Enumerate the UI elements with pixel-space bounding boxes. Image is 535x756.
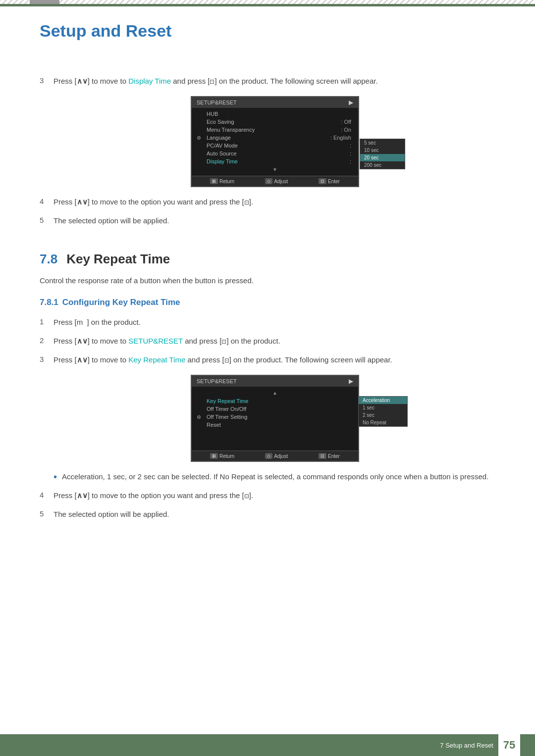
submenu-2sec: 2 sec (359, 411, 407, 419)
config-step-num-1: 1 (40, 316, 54, 328)
bullet-2sec: 2 sec (138, 472, 156, 481)
monitor-item-hub: HUB (192, 110, 358, 118)
monitor-item-display-time: Display Time : 5 sec 10 sec 20 sec 200 s… (192, 157, 358, 165)
step-4-bottom-text: Press [∧∨] to move to the option you wan… (54, 490, 495, 502)
section-7-8-title: Key Repeat Time (66, 252, 170, 266)
monitor-screen-2: SETUP&RESET ▶ ▲ Key Repeat Time Accelera… (191, 375, 359, 462)
bullet-acceleration-info: • Acceleration, 1 sec, or 2 sec can be s… (54, 471, 495, 484)
section-7-8-num: 7.8 (40, 252, 57, 266)
submenu-display-time: 5 sec 10 sec 20 sec 200 sec (360, 139, 405, 169)
config-step-num-2: 2 (40, 335, 54, 347)
config-step-2-text: Press [∧∨] to move to SETUP&RESET and pr… (54, 335, 495, 347)
monitor-item-eco: Eco Saving : Off (192, 118, 358, 126)
monitor-key-repeat-time: SETUP&RESET ▶ ▲ Key Repeat Time Accelera… (54, 375, 495, 462)
submenu-item-20sec-selected: 20 sec (360, 154, 405, 161)
monitor-item-off-timer-onoff: Off Timer On/Off (192, 405, 358, 413)
monitor-item-pcav: PC/AV Mode : (192, 142, 358, 150)
footer-page-number: 75 (498, 734, 520, 756)
section-7-8-desc: Control the response rate of a button wh… (40, 275, 495, 287)
monitor-arrow-right-2: ▶ (349, 378, 353, 385)
bullet-text: Acceleration, 1 sec, or 2 sec can be sel… (62, 471, 488, 483)
step-4-bottom: 4 Press [∧∨] to move to the option you w… (40, 490, 495, 502)
submenu-1sec: 1 sec (359, 404, 407, 411)
config-step-num-3: 3 (40, 354, 54, 365)
highlight-setup-reset: SETUP&RESET (128, 337, 183, 345)
gear-icon: ⚙ (197, 135, 201, 141)
monitor-menu-list-2: ▲ Key Repeat Time Acceleration 1 sec 2 s… (192, 387, 358, 451)
bullet-acceleration: Acceleration (62, 472, 103, 481)
monitor-item-language: ⚙ Language : English (192, 134, 358, 142)
monitor-display-time: SETUP&RESET ▶ HUB Eco Saving : Off Menu … (54, 96, 495, 187)
top-decorative-stripe (0, 0, 535, 4)
bullet-no-repeat: No Repeat (220, 472, 256, 481)
config-step-3-text: Press [∧∨] to move to Key Repeat Time an… (54, 354, 495, 366)
submenu-key-repeat: Acceleration 1 sec 2 sec No Repeat (358, 396, 408, 427)
config-step-2: 2 Press [∧∨] to move to SETUP&RESET and … (40, 335, 495, 347)
monitor-item-auto-source: Auto Source : (192, 150, 358, 157)
submenu-item-200sec: 200 sec (360, 161, 405, 169)
monitor-title-2-label: SETUP&RESET (197, 378, 237, 384)
monitor-bottom-bar-1: ⊞ Return ◇ Adjust ⊡ Enter (192, 176, 358, 186)
down-arrow: ▼ (192, 165, 358, 174)
config-step-1-text: Press [m ] on the product. (54, 316, 495, 328)
monitor-title-bar-2: SETUP&RESET ▶ (192, 376, 358, 387)
step-num-5-bottom: 5 (40, 508, 54, 520)
step-number-3: 3 (40, 75, 54, 87)
step-number-4-top: 4 (40, 196, 54, 207)
monitor-screen-1: SETUP&RESET ▶ HUB Eco Saving : Off Menu … (191, 96, 359, 187)
highlight-display-time: Display Time (128, 77, 171, 85)
section-7-8-heading: 7.8Key Repeat Time (40, 252, 495, 267)
monitor-title-1-label: SETUP&RESET (197, 100, 237, 105)
bullet-dot: • (54, 470, 57, 484)
page-title: Setup and Reset (40, 21, 495, 46)
subsection-7-8-1-heading: 7.8.1Configuring Key Repeat Time (40, 298, 495, 307)
subsection-num: 7.8.1 (40, 298, 58, 307)
submenu-item-5sec: 5 sec (360, 139, 405, 147)
step-3-display-time: 3 Press [∧∨] to move to Display Time and… (40, 75, 495, 87)
monitor-title-bar-1: SETUP&RESET ▶ (192, 97, 358, 108)
submenu-acceleration-selected: Acceleration (359, 397, 407, 404)
submenu-item-10sec: 10 sec (360, 147, 405, 154)
step-4-top: 4 Press [∧∨] to move to the option you w… (40, 196, 495, 208)
step-5-bottom-text: The selected option will be applied. (54, 508, 495, 520)
page-footer: 7 Setup and Reset 75 (0, 734, 535, 756)
step-5-bottom: 5 The selected option will be applied. (40, 508, 495, 520)
step-num-4-bottom: 4 (40, 490, 54, 501)
monitor-empty-space (192, 429, 358, 449)
monitor-btn-return-1: ⊞ Return (210, 178, 234, 184)
step-5-top-text: The selected option will be applied. (54, 215, 495, 227)
monitor-btn-enter-1: ⊡ Enter (319, 178, 340, 184)
monitor-item-reset: Reset (192, 421, 358, 429)
config-step-3: 3 Press [∧∨] to move to Key Repeat Time … (40, 354, 495, 366)
footer-label: 7 Setup and Reset (440, 742, 493, 749)
step-3-text: Press [∧∨] to move to Display Time and p… (54, 75, 495, 87)
monitor-menu-list-1: HUB Eco Saving : Off Menu Transparency :… (192, 108, 358, 176)
highlight-key-repeat-time: Key Repeat Time (128, 355, 185, 364)
gear-icon-2: ⚙ (197, 414, 201, 420)
step-number-5-top: 5 (40, 215, 54, 226)
step-4-top-text: Press [∧∨] to move to the option you wan… (54, 196, 495, 208)
subsection-title: Configuring Key Repeat Time (62, 298, 180, 307)
monitor-btn-adjust-2: ◇ Adjust (265, 453, 288, 459)
config-step-1: 1 Press [m ] on the product. (40, 316, 495, 328)
monitor-btn-adjust-1: ◇ Adjust (265, 178, 288, 184)
monitor-bottom-bar-2: ⊞ Return ◇ Adjust ⊡ Enter (192, 451, 358, 461)
monitor-item-off-timer-setting: ⚙ Off Timer Setting (192, 413, 358, 421)
monitor-btn-return-2: ⊞ Return (210, 453, 234, 459)
monitor-item-key-repeat-time: Key Repeat Time Acceleration 1 sec 2 sec… (192, 397, 358, 405)
submenu-no-repeat: No Repeat (359, 419, 407, 426)
up-arrow-2: ▲ (192, 389, 358, 397)
monitor-arrow-right: ▶ (349, 99, 353, 106)
monitor-btn-enter-2: ⊡ Enter (319, 453, 340, 459)
step-5-top: 5 The selected option will be applied. (40, 215, 495, 227)
monitor-item-menu-transparency: Menu Transparency : On (192, 126, 358, 134)
bullet-1sec: 1 sec (107, 472, 125, 481)
